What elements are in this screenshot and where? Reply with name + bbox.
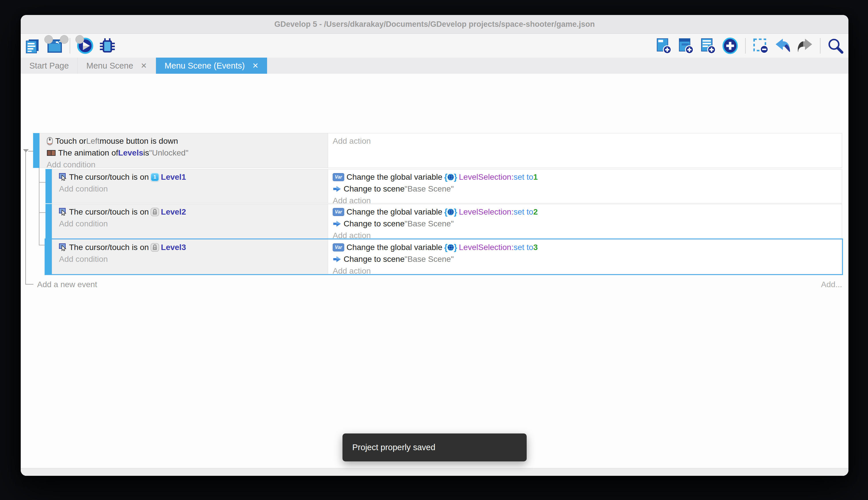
tree-line <box>39 182 46 183</box>
tab-label: Start Page <box>30 61 69 70</box>
actions-column: VarChange the global variable {}LevelSel… <box>328 240 842 274</box>
add-condition-button[interactable]: Add condition <box>59 253 328 265</box>
level1-icon: 1 <box>151 173 159 181</box>
window-title: GDevelop 5 - /Users/dkarakay/Documents/G… <box>21 15 848 33</box>
action[interactable]: Change to scene "Base Scene" <box>333 218 842 229</box>
global-braces-icon: {} <box>444 243 457 252</box>
conditions-column: The cursor/touch is on Level2Add conditi… <box>52 204 328 238</box>
tab-label: Menu Scene (Events) <box>165 61 245 70</box>
tab-menu-scene-events-[interactable]: Menu Scene (Events)✕ <box>156 58 267 74</box>
main-toolbar <box>21 34 848 58</box>
tree-line <box>39 167 39 246</box>
action[interactable]: Change to scene "Base Scene" <box>333 183 842 195</box>
action[interactable]: VarChange the global variable {}LevelSel… <box>333 206 842 218</box>
minimize-button[interactable] <box>60 35 69 44</box>
sub-event-row[interactable]: The cursor/touch is on 1Level1Add condit… <box>46 169 842 203</box>
tree-line <box>39 212 46 213</box>
var-icon: Var <box>333 243 344 251</box>
sub-event-row[interactable]: The cursor/touch is on Level2Add conditi… <box>46 204 842 239</box>
toolbar-separator <box>745 38 746 54</box>
condition[interactable]: Touch or Left mouse button is down <box>47 135 328 147</box>
search-icon[interactable] <box>827 37 844 54</box>
add-condition-button[interactable]: Add condition <box>59 218 328 229</box>
collapse-arrow-icon[interactable] <box>23 149 29 152</box>
lock-icon <box>151 243 159 252</box>
scene-arrow-icon <box>333 220 341 228</box>
undo-icon[interactable] <box>774 37 791 54</box>
desktop-background: GDevelop 5 - /Users/dkarakay/Documents/G… <box>0 0 868 500</box>
event-drag-bar[interactable] <box>46 204 52 239</box>
tab-label: Menu Scene <box>86 61 133 70</box>
mouse-icon <box>47 137 53 146</box>
action[interactable]: VarChange the global variable {}LevelSel… <box>333 241 842 253</box>
cursor-icon <box>59 173 67 181</box>
add-action-button[interactable]: Add action <box>333 135 842 147</box>
actions-column: VarChange the global variable {}LevelSel… <box>328 169 842 203</box>
window-bottom-chrome <box>21 468 848 476</box>
toolbar-separator <box>820 38 821 54</box>
lock-icon <box>151 208 159 216</box>
condition[interactable]: The cursor/touch is on Level3 <box>59 241 328 253</box>
condition[interactable]: The cursor/touch is on Level2 <box>59 206 328 218</box>
debug-icon[interactable] <box>99 37 116 54</box>
add-comment-icon[interactable] <box>700 37 716 54</box>
tree-line <box>25 151 26 285</box>
action[interactable]: VarChange the global variable {}LevelSel… <box>333 171 842 183</box>
tree-line <box>28 151 33 151</box>
tab-start-page[interactable]: Start Page <box>21 58 78 74</box>
traffic-lights <box>44 35 84 44</box>
actions-column: Add action <box>328 133 842 168</box>
events-sheet: Touch or Left mouse button is downThe an… <box>21 74 848 468</box>
conditions-column: The cursor/touch is on 1Level1Add condit… <box>52 169 328 203</box>
snackbar-toast: Project properly saved <box>342 433 527 462</box>
tree-line <box>25 284 33 285</box>
tab-menu-scene[interactable]: Menu Scene✕ <box>78 58 156 74</box>
delete-event-icon[interactable] <box>752 37 769 54</box>
tree-line <box>39 245 46 246</box>
condition[interactable]: The cursor/touch is on 1Level1 <box>59 171 328 183</box>
add-action-button[interactable]: Add action <box>333 265 842 277</box>
add-event-icon[interactable] <box>655 37 672 54</box>
condition[interactable]: The animation of Levels is "Unlocked" <box>47 147 328 159</box>
event-drag-bar[interactable] <box>46 169 52 203</box>
toast-message: Project properly saved <box>352 443 435 452</box>
global-braces-icon: {} <box>444 173 457 181</box>
sub-event-row[interactable]: The cursor/touch is on Level3Add conditi… <box>46 239 842 274</box>
zoom-button[interactable] <box>75 35 84 44</box>
cursor-icon <box>59 208 67 216</box>
global-braces-icon: {} <box>444 208 457 216</box>
project-manager-icon[interactable] <box>24 37 41 54</box>
add-other-event-icon[interactable] <box>722 37 739 54</box>
toolbar-right-group <box>655 37 848 54</box>
close-button[interactable] <box>44 35 53 44</box>
conditions-column: The cursor/touch is on Level3Add conditi… <box>52 240 328 274</box>
tab-close-icon[interactable]: ✕ <box>253 61 259 70</box>
event-drag-bar[interactable] <box>46 239 52 274</box>
add-new-event-button[interactable]: Add a new event <box>37 279 97 290</box>
animation-icon <box>47 149 56 157</box>
app-window: GDevelop 5 - /Users/dkarakay/Documents/G… <box>21 15 848 476</box>
add-subevent-icon[interactable] <box>678 37 694 54</box>
scene-arrow-icon <box>333 185 341 193</box>
var-icon: Var <box>333 173 344 181</box>
tab-close-icon[interactable]: ✕ <box>141 61 147 70</box>
title-bar[interactable]: GDevelop 5 - /Users/dkarakay/Documents/G… <box>21 15 848 34</box>
scene-arrow-icon <box>333 255 341 263</box>
event-drag-bar[interactable] <box>33 133 39 168</box>
redo-icon[interactable] <box>797 37 813 54</box>
event-row[interactable]: Touch or Left mouse button is downThe an… <box>33 133 842 168</box>
cursor-icon <box>59 243 67 251</box>
add-more-button[interactable]: Add... <box>821 279 842 290</box>
var-icon: Var <box>333 208 344 216</box>
conditions-column: Touch or Left mouse button is downThe an… <box>40 133 328 168</box>
action[interactable]: Change to scene "Base Scene" <box>333 253 842 265</box>
add-condition-button[interactable]: Add condition <box>59 183 328 195</box>
add-condition-button[interactable]: Add condition <box>47 159 328 171</box>
tab-bar: Start PageMenu Scene✕Menu Scene (Events)… <box>21 58 848 74</box>
actions-column: VarChange the global variable {}LevelSel… <box>328 204 842 238</box>
